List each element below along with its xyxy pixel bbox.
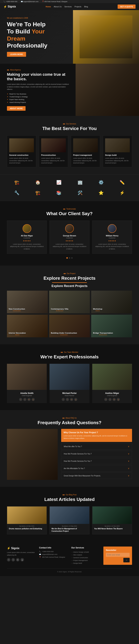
stat-4: 🏢: [70, 178, 90, 187]
dot-3[interactable]: [71, 257, 73, 259]
social-gg-1[interactable]: g: [32, 398, 35, 401]
blog-title-2: We Are Best In Management of Constructio…: [50, 528, 89, 534]
copyright-text: © 2023 Signix. All Rights Reserved.: [7, 571, 132, 573]
blog-meta-2: By Admin | 14 May 2022: [50, 524, 89, 528]
social-tw-2[interactable]: t: [66, 398, 69, 401]
testimonials-section: ■■ Testimonials What Our Client Say? Ali…: [0, 201, 139, 266]
gear-icon: ⚙️: [93, 180, 110, 185]
service-card-2: Preconstruction Lorem ipsum dolor sit am…: [39, 136, 68, 167]
faq-highlight: Why Choose Us For Your Project ? Lorem i…: [61, 429, 132, 442]
service-card-1: General construction Lorem ipsum dolor s…: [7, 136, 36, 167]
dot-active[interactable]: [66, 257, 68, 259]
nav-services[interactable]: Services: [64, 6, 72, 8]
social-tw-1[interactable]: t: [23, 398, 26, 401]
team-headline: We're Expert Professionals: [7, 354, 132, 360]
social-in-2[interactable]: in: [70, 398, 73, 401]
about-more-button[interactable]: ABOUT MORE: [7, 106, 25, 111]
footer-service-5: → Design Build: [71, 562, 100, 565]
about-tag: ■■ About Agency: [7, 69, 70, 71]
projects-bar: [52, 282, 87, 283]
faq-item-3[interactable]: How We Provide Services For You ? ∨: [61, 458, 132, 464]
about-description: Lorem ipsum dolor sit amet, consectetur …: [7, 83, 70, 90]
hero-learn-more-button[interactable]: LEARN MORE: [7, 52, 26, 57]
dot-2[interactable]: [69, 257, 70, 259]
service-img-1: [9, 138, 34, 152]
social-fb-2[interactable]: f: [62, 398, 65, 401]
project-card-3[interactable]: Workshop Interior: [91, 291, 132, 313]
social-in-3[interactable]: in: [113, 398, 116, 401]
nav-links: Home About Us Services Projects Blog: [46, 6, 88, 8]
stat-8: 🏗️: [28, 188, 48, 198]
footer-social-fb[interactable]: f: [7, 558, 10, 562]
nav-home[interactable]: Home: [46, 6, 51, 8]
faq-item-4[interactable]: Are We Affordable To You ? ∨: [61, 465, 132, 472]
blog-card-1[interactable]: By Admin | 22 Mar 2023 Drums massce poll…: [7, 506, 47, 534]
contact-item-phone: 📞 +1800-0000-000: [39, 551, 68, 552]
faq-arrow-1: ∨: [128, 445, 130, 448]
carousel-dots: [7, 257, 132, 259]
faq-arrow-2: ∨: [128, 452, 130, 455]
team-role-1: Chief Engineer: [9, 395, 45, 396]
service-img-2: [41, 138, 66, 152]
check-3: ✦Expert Team Working: [7, 98, 70, 101]
nav-about[interactable]: About Us: [54, 6, 61, 8]
projects-headline: Explore Recent Projects: [7, 276, 132, 281]
stat-3: 📈: [49, 178, 69, 187]
get-quote-button[interactable]: GET A QUOTE: [118, 4, 136, 9]
social-gg-3[interactable]: g: [117, 398, 120, 401]
footer-service-3: → General Construction: [71, 556, 100, 559]
footer-social-tw[interactable]: t: [11, 558, 15, 562]
project-card-6[interactable]: Bridge Transportation Infrastructure: [91, 315, 132, 337]
testimonial-name-2: George Brown: [52, 234, 86, 237]
blog-card-3[interactable]: By Admin | 12 Nov 2023 You Will Never Be…: [92, 506, 132, 534]
service-title-4: Design build: [105, 154, 130, 156]
team-socials-3: f t in g: [94, 398, 130, 401]
avatar-1: [23, 224, 31, 233]
footer-service-4: → Project Management: [71, 559, 100, 562]
blog-card-2[interactable]: By Admin | 14 May 2022 We Are Best In Ma…: [49, 506, 89, 534]
newsletter-submit-button[interactable]: →: [123, 558, 130, 562]
footer-social-in[interactable]: in: [16, 558, 19, 562]
testimonials-headline: What Our Client Say?: [7, 211, 132, 216]
book-icon: 📚: [51, 190, 67, 195]
testimonial-text-3: Lorem ipsum dolor sit amet, consectetur …: [95, 243, 129, 250]
project-label-1: New Construction: [9, 308, 25, 310]
phone-top: 📞 +1800-0000-000: [3, 1, 17, 2]
faq-highlight-title: Why Choose Us For Your Project ?: [64, 431, 130, 434]
service-title-1: General construction: [9, 154, 34, 156]
newsletter-input[interactable]: [106, 553, 130, 557]
project-card-4[interactable]: Interior Decoration Interior: [7, 315, 48, 337]
faq-highlight-text: Lorem ipsum dolor sit amet, consectetur …: [64, 435, 130, 440]
social-in-1[interactable]: in: [27, 398, 31, 401]
nav-blog[interactable]: Blog: [84, 6, 88, 8]
team-tag: ■■ Our Team Member: [7, 351, 132, 353]
project-card-2[interactable]: Contemporary Villa Architecture: [49, 291, 90, 313]
stat-1: 🏗️: [7, 178, 27, 187]
testimonial-role-1: Customer: [10, 237, 44, 239]
faq-item-1[interactable]: What We offer To You ? ∨: [61, 443, 132, 450]
phone-icon: 📞: [39, 551, 41, 552]
footer-logo-icon: ⚡: [7, 546, 10, 550]
social-fb-1[interactable]: f: [19, 398, 22, 401]
stat-2: 🏠: [28, 178, 48, 187]
office-icon: 🏢: [72, 180, 88, 185]
location-icon: 📍: [39, 556, 41, 558]
stars-2: ★★★★★: [52, 240, 86, 242]
faq-item-5[interactable]: Great Design With Best Manpower For Proj…: [61, 472, 132, 479]
faq-image: [7, 429, 58, 480]
faq-item-2[interactable]: How We Provide Services For You ? ∨: [61, 451, 132, 457]
project-card-1[interactable]: New Construction Construction: [7, 291, 48, 313]
team-name-2: Michael Porter: [52, 392, 87, 394]
project-card-5[interactable]: Building Under Construction Construction: [49, 315, 90, 337]
about-image: [76, 64, 139, 116]
social-tw-3[interactable]: t: [108, 398, 112, 401]
footer-social-gg[interactable]: g: [20, 558, 24, 562]
stat-5: ⚙️: [91, 178, 111, 187]
social-fb-3[interactable]: f: [104, 398, 107, 401]
nav-projects[interactable]: Projects: [75, 6, 82, 8]
testimonial-text-2: Lorem ipsum dolor sit amet, consectetur …: [52, 243, 86, 250]
main-nav: ⚡ Signix Home About Us Services Projects…: [0, 3, 139, 10]
blog-tag: ■■ Our Blog Post: [7, 494, 132, 496]
team-grid: Amelia Smith Chief Engineer f t in g Mic…: [7, 364, 132, 403]
social-gg-2[interactable]: g: [74, 398, 77, 401]
